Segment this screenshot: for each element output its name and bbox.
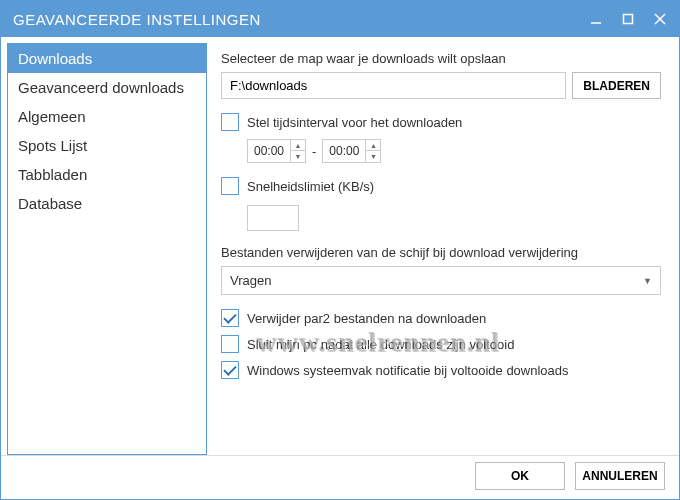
close-button[interactable]	[653, 12, 667, 26]
spin-down-icon[interactable]: ▼	[366, 151, 380, 162]
interval-to-spinner[interactable]: 00:00 ▲▼	[322, 139, 381, 163]
sidebar-item-3[interactable]: Spots Lijst	[8, 131, 206, 160]
interval-separator: -	[312, 144, 316, 159]
interval-label: Stel tijdsinterval voor het downloaden	[247, 115, 462, 130]
minimize-button[interactable]	[589, 12, 603, 26]
cancel-button[interactable]: ANNULEREN	[575, 462, 665, 490]
delete-selected: Vragen	[230, 273, 271, 288]
content-panel: Selecteer de map waar je downloads wilt …	[207, 37, 679, 455]
par2-label: Verwijder par2 bestanden na downloaden	[247, 311, 486, 326]
tray-checkbox[interactable]	[221, 361, 239, 379]
par2-checkbox[interactable]	[221, 309, 239, 327]
window-title: GEAVANCEERDE INSTELLINGEN	[13, 11, 589, 28]
svg-rect-1	[624, 15, 633, 24]
shutdown-checkbox[interactable]	[221, 335, 239, 353]
speed-input[interactable]	[247, 205, 299, 231]
window-controls	[589, 12, 667, 26]
interval-checkbox[interactable]	[221, 113, 239, 131]
sidebar: DownloadsGeavanceerd downloadsAlgemeenSp…	[7, 43, 207, 455]
speed-label: Snelheidslimiet (KB/s)	[247, 179, 374, 194]
delete-dropdown[interactable]: Vragen ▼	[221, 266, 661, 295]
sidebar-item-1[interactable]: Geavanceerd downloads	[8, 73, 206, 102]
delete-label: Bestanden verwijderen van de schijf bij …	[221, 245, 661, 260]
speed-checkbox[interactable]	[221, 177, 239, 195]
shutdown-label: Sluit mijn pc nadat alle downloads zijn …	[247, 337, 514, 352]
browse-button[interactable]: BLADEREN	[572, 72, 661, 99]
interval-from-value: 00:00	[248, 144, 290, 158]
footer: OK ANNULEREN	[1, 455, 679, 495]
download-folder-input[interactable]	[221, 72, 566, 99]
folder-label: Selecteer de map waar je downloads wilt …	[221, 51, 661, 66]
sidebar-item-2[interactable]: Algemeen	[8, 102, 206, 131]
ok-button[interactable]: OK	[475, 462, 565, 490]
chevron-down-icon: ▼	[643, 276, 652, 286]
spin-up-icon[interactable]: ▲	[366, 140, 380, 151]
interval-to-value: 00:00	[323, 144, 365, 158]
spin-up-icon[interactable]: ▲	[291, 140, 305, 151]
sidebar-item-4[interactable]: Tabbladen	[8, 160, 206, 189]
tray-label: Windows systeemvak notificatie bij volto…	[247, 363, 569, 378]
spin-down-icon[interactable]: ▼	[291, 151, 305, 162]
sidebar-item-5[interactable]: Database	[8, 189, 206, 218]
sidebar-item-0[interactable]: Downloads	[8, 44, 206, 73]
titlebar: GEAVANCEERDE INSTELLINGEN	[1, 1, 679, 37]
maximize-button[interactable]	[621, 12, 635, 26]
interval-from-spinner[interactable]: 00:00 ▲▼	[247, 139, 306, 163]
